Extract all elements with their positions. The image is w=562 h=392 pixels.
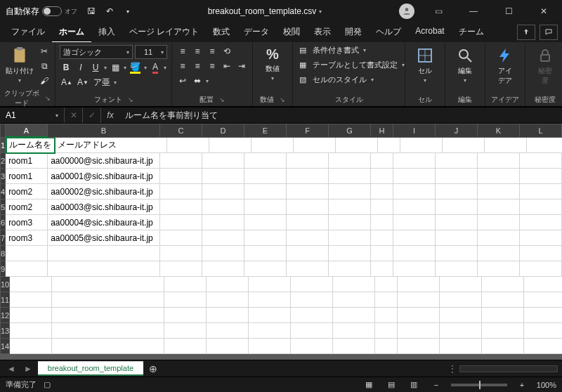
column-header[interactable]: G	[329, 124, 371, 138]
cell[interactable]	[244, 200, 287, 215]
row-header[interactable]: 4	[0, 184, 6, 200]
column-header[interactable]: B	[48, 124, 160, 138]
cell[interactable]	[287, 261, 329, 277]
cell[interactable]	[478, 261, 520, 277]
cell[interactable]: room3	[6, 215, 48, 230]
select-all-corner[interactable]	[0, 124, 6, 138]
cell[interactable]	[333, 308, 375, 323]
column-header[interactable]: D	[202, 124, 244, 138]
cell[interactable]	[329, 215, 371, 230]
cell[interactable]	[207, 339, 249, 354]
cell[interactable]	[244, 261, 287, 277]
row-header[interactable]: 8	[0, 246, 6, 261]
row-header[interactable]: 12	[0, 308, 10, 323]
orientation-button[interactable]: ⟲	[221, 45, 233, 58]
cell[interactable]	[244, 169, 287, 184]
chevron-down-icon[interactable]: ▾	[124, 65, 126, 71]
cell[interactable]	[371, 153, 393, 169]
cell[interactable]	[375, 323, 398, 339]
cell[interactable]	[440, 308, 482, 323]
cell[interactable]	[336, 138, 378, 153]
cancel-formula-button[interactable]: ✕	[65, 107, 83, 123]
cell[interactable]	[527, 138, 562, 153]
cell[interactable]	[440, 277, 482, 292]
cell[interactable]	[244, 153, 287, 169]
account-avatar[interactable]	[399, 4, 414, 19]
row-header[interactable]: 9	[0, 261, 6, 277]
border-button[interactable]: ▦	[109, 61, 122, 74]
cell[interactable]: メールアドレス	[55, 138, 167, 153]
number-format-button[interactable]: % 数値 ▾	[257, 45, 288, 81]
cell[interactable]	[371, 261, 393, 277]
autosave-toggle[interactable]: 自動保存 オフ	[3, 6, 80, 18]
cell[interactable]	[520, 246, 562, 261]
cell[interactable]	[160, 200, 202, 215]
cell[interactable]	[482, 308, 524, 323]
merge-button[interactable]: ⬌	[191, 74, 204, 87]
cell[interactable]	[520, 153, 562, 169]
indent-decrease-button[interactable]: ⇤	[221, 60, 233, 72]
grow-font-button[interactable]: A▲	[60, 76, 74, 89]
row-header[interactable]: 1	[0, 138, 6, 153]
phonetic-guide-button[interactable]: ア亜	[92, 76, 112, 89]
cell[interactable]	[207, 292, 249, 308]
column-header[interactable]: H	[371, 124, 393, 138]
cell[interactable]	[244, 184, 287, 200]
cell[interactable]	[244, 230, 287, 246]
dialog-launcher-icon[interactable]: ↘	[280, 96, 285, 103]
cell[interactable]	[371, 169, 393, 184]
cells-button[interactable]: セル ▾	[410, 45, 440, 84]
row-header[interactable]: 14	[0, 339, 10, 354]
cell[interactable]: aa00003@sic.shibaura-it.jp	[48, 200, 160, 215]
cell[interactable]	[167, 138, 209, 153]
cell[interactable]	[393, 200, 436, 215]
cell[interactable]	[333, 292, 375, 308]
cell[interactable]: ルーム名を	[6, 138, 55, 153]
cell[interactable]	[393, 184, 436, 200]
cell[interactable]: aa00005@sic.shibaura-it.jp	[48, 230, 160, 246]
cell[interactable]	[164, 277, 207, 292]
cell[interactable]	[329, 169, 371, 184]
cell[interactable]	[393, 215, 436, 230]
row-header[interactable]: 6	[0, 215, 6, 230]
close-button[interactable]: ✕	[528, 0, 559, 22]
cell[interactable]	[375, 277, 398, 292]
cell[interactable]	[400, 138, 443, 153]
save-icon[interactable]: 🖫	[84, 6, 98, 16]
cell[interactable]	[207, 323, 249, 339]
cell[interactable]: aa00004@sic.shibaura-it.jp	[48, 215, 160, 230]
shrink-font-button[interactable]: A▼	[76, 76, 90, 89]
cell[interactable]	[398, 277, 440, 292]
cell[interactable]	[164, 308, 207, 323]
cell[interactable]	[375, 292, 398, 308]
column-header[interactable]: J	[436, 124, 478, 138]
cell[interactable]	[393, 246, 436, 261]
cell[interactable]	[378, 138, 400, 153]
cell[interactable]	[164, 292, 207, 308]
cell[interactable]	[524, 339, 562, 354]
cell[interactable]	[524, 277, 562, 292]
cell[interactable]	[164, 323, 207, 339]
formula-input[interactable]: ルーム名を事前割り当て	[119, 110, 562, 122]
cell[interactable]	[371, 184, 393, 200]
cell[interactable]	[329, 200, 371, 215]
row-header[interactable]: 13	[0, 323, 10, 339]
cell[interactable]	[524, 308, 562, 323]
cell[interactable]	[164, 339, 207, 354]
menu-tab-ホーム[interactable]: ホーム	[52, 22, 91, 43]
menu-tab-開発[interactable]: 開発	[338, 22, 369, 43]
cell[interactable]	[436, 230, 478, 246]
page-layout-view-button[interactable]: ▤	[384, 380, 399, 389]
cell[interactable]	[294, 138, 336, 153]
align-bottom-button[interactable]: ≡	[206, 45, 218, 58]
cell[interactable]	[482, 277, 524, 292]
cell[interactable]	[375, 308, 398, 323]
chevron-down-icon[interactable]: ▾	[144, 65, 147, 71]
cell[interactable]	[160, 153, 202, 169]
cell[interactable]	[436, 215, 478, 230]
cell[interactable]: room1	[6, 169, 48, 184]
chevron-down-icon[interactable]: ▾	[55, 112, 58, 119]
italic-button[interactable]: I	[74, 61, 87, 74]
comments-button[interactable]	[540, 25, 558, 40]
fx-icon[interactable]: fx	[101, 110, 119, 120]
